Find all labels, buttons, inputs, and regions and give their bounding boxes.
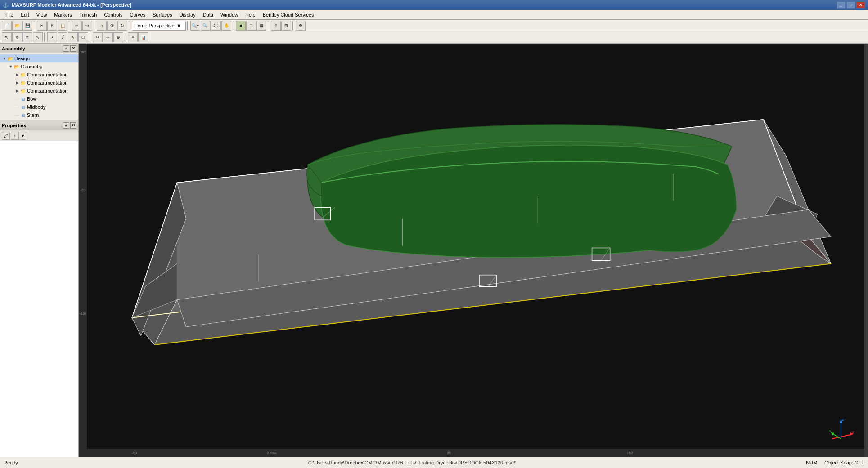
assembly-pin-btn[interactable]: # [63, 45, 69, 52]
menu-item-controls[interactable]: Controls [100, 11, 126, 18]
tb-rotate[interactable]: ↻ [117, 21, 127, 31]
tb2-select[interactable]: ↖ [2, 32, 12, 42]
viewport[interactable]: Pitch -90 -180 [79, 44, 868, 457]
viewport-dropdown[interactable]: Home Perspective ▼ [132, 21, 186, 31]
tb-new[interactable]: 📄 [2, 21, 12, 31]
props-dropdown-btn[interactable]: ▼ [20, 132, 26, 140]
tb2-rotate2[interactable]: ⟳ [22, 32, 32, 42]
left-panel: Assembly # ✕ ▼📂Design▼📂Geometry▶📁Compart… [0, 44, 79, 457]
assembly-panel-controls[interactable]: # ✕ [63, 45, 76, 52]
menu-item-help[interactable]: Help [242, 11, 259, 18]
sep2 [69, 21, 71, 30]
tree-item[interactable]: ▶📁Compartmentation [0, 71, 78, 79]
tb2-point[interactable]: • [47, 32, 57, 42]
tree-area: ▼📂Design▼📂Geometry▶📁Compartmentation▶📁Co… [0, 53, 78, 120]
tree-item[interactable]: ▶📁Compartmentation [0, 79, 78, 87]
tree-item[interactable]: —⊞Stern [0, 111, 78, 119]
properties-panel-controls[interactable]: # ✕ [63, 122, 76, 129]
menu-item-view[interactable]: View [33, 11, 51, 18]
props-btn1[interactable]: 🖊 [2, 132, 10, 140]
menu-item-curves[interactable]: Curves [126, 11, 149, 18]
tb2-analyze[interactable]: 📊 [138, 32, 148, 42]
tb-solid[interactable]: ▦ [256, 21, 266, 31]
menu-item-window[interactable]: Window [217, 11, 242, 18]
tree-item[interactable]: ▼📂Design [0, 54, 78, 62]
tree-expander[interactable]: ▼ [2, 56, 7, 61]
menu-item-file[interactable]: File [2, 11, 17, 18]
tree-item[interactable]: —⊞Bow [0, 95, 78, 103]
minimize-button[interactable]: _ [837, 1, 846, 9]
tb-view[interactable]: 👁 [107, 21, 117, 31]
tb2-line[interactable]: ╱ [58, 32, 67, 42]
menu-item-bentley-cloud-services[interactable]: Bentley Cloud Services [259, 11, 318, 18]
tree-expander[interactable]: — [14, 96, 20, 102]
tb2-surface[interactable]: ⬡ [78, 32, 88, 42]
status-numlock: NUM [806, 460, 817, 465]
title-bar-controls[interactable]: _ □ ✕ [837, 1, 865, 9]
tree-expander[interactable]: ▶ [14, 80, 20, 85]
ruler-yaw: 0 Yaw [267, 451, 277, 455]
tb-open[interactable]: 📂 [12, 21, 22, 31]
tree-item-label: Midbody [27, 104, 46, 110]
tb2-scale[interactable]: ⤡ [33, 32, 43, 42]
tb2-mesh[interactable]: ⌗ [128, 32, 138, 42]
tb-undo[interactable]: ↩ [72, 21, 82, 31]
menu-item-surfaces[interactable]: Surfaces [149, 11, 175, 18]
tree-item[interactable]: ▼📂Geometry [0, 62, 78, 71]
tree-expander[interactable]: ▶ [14, 72, 20, 77]
tree-expander[interactable]: ▶ [14, 88, 20, 94]
tree-item[interactable]: —⊞Midbody [0, 103, 78, 111]
item-icon: ⊞ [20, 112, 26, 118]
sep2-1 [44, 33, 46, 42]
main-layout: Assembly # ✕ ▼📂Design▼📂Geometry▶📁Compart… [0, 44, 868, 457]
tb-wireframe[interactable]: □ [246, 21, 256, 31]
tb-redo[interactable]: ↪ [82, 21, 92, 31]
tb2-curve[interactable]: ∿ [68, 32, 78, 42]
menu-bar: FileEditViewMarkersTrimeshControlsCurves… [0, 10, 868, 20]
menu-item-trimesh[interactable]: Trimesh [76, 11, 100, 18]
tb-save[interactable]: 💾 [22, 21, 32, 31]
sep6 [233, 21, 234, 30]
maximize-button[interactable]: □ [846, 1, 855, 9]
tb-cut[interactable]: ✂ [37, 21, 47, 31]
ruler-bottom: -90 0 Yaw 90 180 [87, 449, 868, 457]
props-btn2[interactable]: ↕ [11, 132, 19, 140]
tb-pan[interactable]: ✋ [221, 21, 231, 31]
tree-item-label: Compartmentation [27, 88, 68, 94]
tb-grid[interactable]: # [271, 21, 281, 31]
close-button[interactable]: ✕ [856, 1, 865, 9]
status-bar: Ready C:\Users\Randy\Dropbox\CMC\Maxsurf… [0, 457, 868, 468]
tb2-join[interactable]: ⊕ [113, 32, 123, 42]
tb-fit[interactable]: ⛶ [211, 21, 221, 31]
tb2-move[interactable]: ✥ [12, 32, 22, 42]
menu-item-edit[interactable]: Edit [17, 11, 33, 18]
tb-copy[interactable]: ⎘ [47, 21, 57, 31]
tree-expander[interactable]: ▼ [8, 64, 13, 69]
tree-expander[interactable]: — [14, 112, 20, 118]
tb-settings[interactable]: ⚙ [296, 21, 306, 31]
assembly-close-btn[interactable]: ✕ [70, 45, 76, 52]
tb2-trim[interactable]: ✂ [93, 32, 103, 42]
properties-close-btn[interactable]: ✕ [70, 122, 76, 129]
tb-zoom-in[interactable]: 🔍+ [190, 21, 200, 31]
right-resize-handle[interactable] [864, 44, 868, 457]
menu-item-data[interactable]: Data [199, 11, 217, 18]
item-icon: ⊞ [20, 96, 26, 102]
tree-item[interactable]: ▶📁Compartmentation [0, 87, 78, 95]
properties-panel: Properties # ✕ 🖊 ↕ ▼ [0, 120, 78, 457]
properties-pin-btn[interactable]: # [63, 122, 69, 129]
tb-paste[interactable]: 📋 [58, 21, 67, 31]
menu-item-markers[interactable]: Markers [50, 11, 76, 18]
ruler-mark-pitch: Pitch [79, 50, 86, 53]
tb-home[interactable]: ⌂ [97, 21, 107, 31]
tree-expander[interactable]: — [14, 104, 20, 110]
menu-item-display[interactable]: Display [176, 11, 199, 18]
sep2-2 [90, 33, 91, 42]
status-right: NUM Object Snap: OFF [806, 460, 864, 465]
svg-text:X: X [852, 430, 855, 434]
tb2-split[interactable]: ⊹ [103, 32, 113, 42]
tb-shaded[interactable]: ■ [236, 21, 246, 31]
tb-zoom-out[interactable]: 🔍- [201, 21, 211, 31]
props-toolbar: 🖊 ↕ ▼ [0, 130, 78, 141]
tb-snap[interactable]: ⊞ [281, 21, 291, 31]
